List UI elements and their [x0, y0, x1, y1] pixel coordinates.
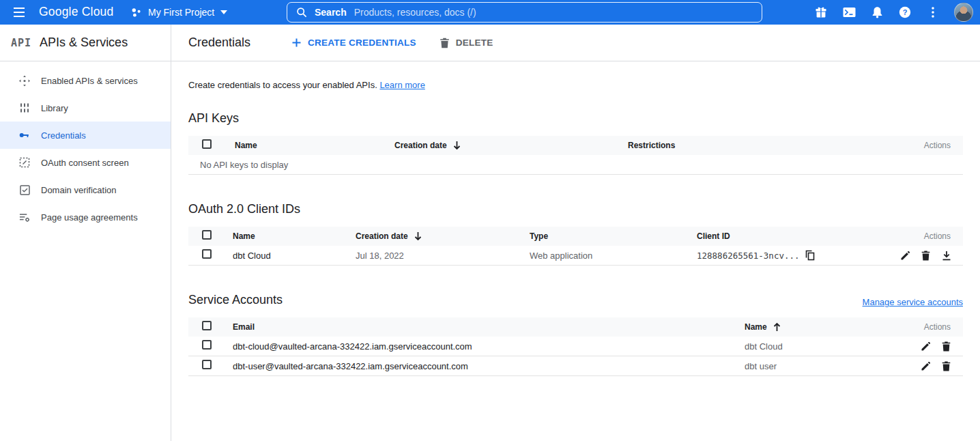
library-icon: [19, 102, 30, 113]
oauth-client-type: Web application: [530, 251, 697, 261]
oauth-client-id: 128886265561-3ncv...: [697, 250, 873, 261]
sidebar-item-credentials[interactable]: Credentials: [0, 122, 171, 149]
project-icon: [130, 7, 142, 18]
edit-pencil-icon[interactable]: [920, 341, 932, 352]
sort-asc-icon[interactable]: [773, 322, 781, 332]
service-account-email: dbt-user@vaulted-arcana-332422.iam.gserv…: [233, 361, 745, 371]
table-row: dbt-cloud@vaulted-arcana-332422.iam.gser…: [188, 337, 963, 356]
page-title: Credentials: [188, 35, 250, 50]
notifications-bell-icon[interactable]: [870, 5, 884, 19]
select-all-checkbox[interactable]: [202, 230, 212, 240]
delete-trash-icon[interactable]: [940, 341, 952, 352]
api-product-icon: API: [11, 37, 31, 49]
download-icon[interactable]: [940, 250, 952, 261]
sort-desc-icon[interactable]: [452, 141, 461, 150]
svg-text:?: ?: [903, 8, 908, 16]
oauth-clients-table: Name Creation date Type Client ID Action…: [188, 227, 963, 266]
sidebar-item-library[interactable]: Library: [0, 94, 171, 122]
topbar-actions: ?: [814, 0, 973, 25]
project-switcher[interactable]: My First Project: [130, 4, 227, 20]
page-usage-icon: [19, 212, 30, 223]
top-navigation-bar: Google Cloud My First Project Search Pro…: [0, 0, 980, 25]
gift-icon[interactable]: [814, 5, 828, 19]
intro-text: Create credentials to access your enable…: [188, 80, 963, 90]
search-input[interactable]: Search Products, resources, docs (/): [287, 2, 762, 23]
api-keys-table: Name Creation date Restrictions Actions …: [188, 136, 963, 175]
sidebar-item-oauth-consent[interactable]: OAuth consent screen: [0, 149, 171, 176]
service-account-name: dbt user: [745, 361, 895, 371]
delete-trash-icon[interactable]: [920, 250, 932, 261]
caret-down-icon: [220, 10, 227, 14]
sidebar: Enabled APIs & services Library Credenti…: [0, 61, 171, 441]
sidebar-item-domain-verification[interactable]: Domain verification: [0, 176, 171, 203]
api-keys-title: API Keys: [188, 111, 239, 126]
service-accounts-title: Service Accounts: [188, 293, 283, 307]
delete-trash-icon[interactable]: [940, 360, 952, 372]
search-placeholder: Products, resources, docs (/): [354, 7, 476, 18]
trash-icon: [439, 38, 450, 48]
hamburger-menu-icon[interactable]: [11, 5, 27, 20]
oauth-client-name: dbt Cloud: [233, 251, 356, 261]
avatar[interactable]: [954, 3, 973, 22]
oauth-consent-icon: [19, 157, 30, 168]
row-actions: [895, 341, 963, 352]
row-checkbox[interactable]: [202, 360, 212, 369]
more-vert-icon[interactable]: [926, 5, 940, 19]
main-content: Create credentials to access your enable…: [171, 61, 980, 441]
service-account-email: dbt-cloud@vaulted-arcana-332422.iam.gser…: [233, 341, 745, 352]
service-accounts-table: Email Name Actions dbt-cloud@vaulted-arc…: [188, 317, 963, 376]
copy-icon[interactable]: [805, 250, 815, 261]
table-row: dbt-user@vaulted-arcana-332422.iam.gserv…: [188, 356, 963, 376]
api-keys-header-row: Name Creation date Restrictions Actions: [188, 136, 963, 155]
plus-icon: [291, 38, 302, 48]
row-checkbox[interactable]: [202, 249, 212, 259]
api-keys-empty-message: No API keys to display: [188, 155, 963, 175]
product-header: API APIs & Services: [0, 25, 171, 61]
row-checkbox[interactable]: [202, 340, 212, 350]
edit-pencil-icon[interactable]: [920, 360, 932, 372]
delete-button[interactable]: DELETE: [434, 33, 499, 53]
row-actions: [873, 250, 963, 261]
cloud-shell-icon[interactable]: [842, 5, 856, 19]
help-icon[interactable]: ?: [898, 5, 912, 19]
search-icon: [296, 7, 307, 18]
google-cloud-logo[interactable]: Google Cloud: [39, 5, 113, 19]
sidebar-item-page-usage[interactable]: Page usage agreements: [0, 203, 171, 231]
oauth-client-creation-date: Jul 18, 2022: [356, 251, 530, 261]
select-all-checkbox[interactable]: [202, 139, 212, 149]
search-label: Search: [315, 7, 347, 18]
page-header: Credentials CREATE CREDENTIALS DELETE: [171, 25, 980, 61]
key-icon: [19, 132, 30, 139]
project-name: My First Project: [148, 7, 214, 18]
select-all-checkbox[interactable]: [202, 321, 212, 330]
service-accounts-header-row: Email Name Actions: [188, 317, 963, 337]
sidebar-item-enabled-apis[interactable]: Enabled APIs & services: [0, 67, 171, 94]
table-row: dbt Cloud Jul 18, 2022 Web application 1…: [188, 246, 963, 266]
domain-verification-icon: [19, 185, 30, 195]
manage-service-accounts-link[interactable]: Manage service accounts: [863, 297, 963, 307]
learn-more-link[interactable]: Learn more: [379, 80, 424, 90]
product-title: APIs & Services: [40, 35, 128, 50]
oauth-clients-title: OAuth 2.0 Client IDs: [188, 202, 300, 216]
app-header: API APIs & Services Credentials CREATE C…: [0, 25, 980, 61]
service-account-name: dbt Cloud: [745, 341, 895, 352]
edit-pencil-icon[interactable]: [899, 250, 911, 261]
row-actions: [895, 360, 963, 372]
oauth-clients-header-row: Name Creation date Type Client ID Action…: [188, 227, 963, 246]
sort-desc-icon[interactable]: [414, 231, 422, 241]
create-credentials-button[interactable]: CREATE CREDENTIALS: [286, 33, 422, 52]
enabled-apis-icon: [19, 75, 30, 87]
